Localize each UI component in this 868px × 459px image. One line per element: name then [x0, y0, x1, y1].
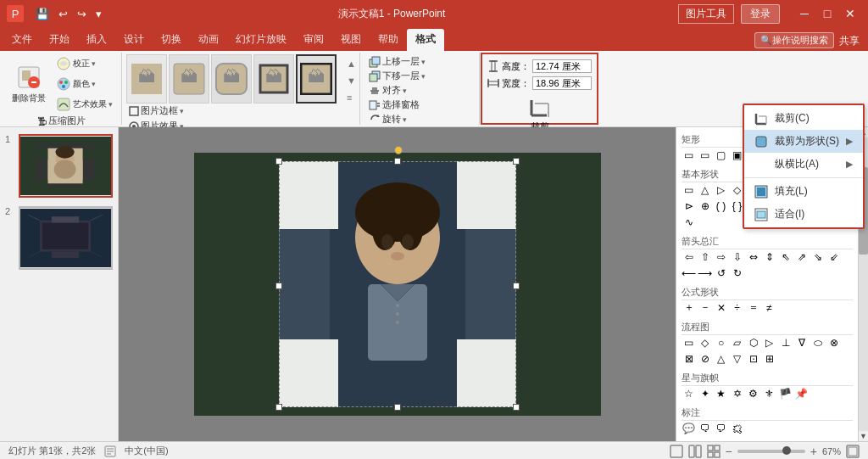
shape-fl15[interactable]: ⊡: [746, 351, 760, 366]
handle-l[interactable]: [275, 283, 282, 289]
shape-f5[interactable]: ＝: [746, 300, 760, 315]
scroll-down-btn[interactable]: ▼: [859, 431, 869, 441]
tab-insert[interactable]: 插入: [78, 29, 115, 51]
customize-quick-access-btn[interactable]: ▾: [92, 6, 105, 22]
shape-f4[interactable]: ÷: [730, 300, 744, 315]
shape-a10[interactable]: ⇙: [826, 249, 841, 264]
pic-style-3[interactable]: 🏔: [211, 54, 252, 104]
shape-fl1[interactable]: ▭: [682, 335, 696, 350]
art-effect-btn[interactable]: 艺术效果▾: [53, 95, 116, 114]
align-btn[interactable]: 对齐▾: [366, 83, 409, 98]
shape-b3[interactable]: ▷: [714, 182, 728, 197]
height-input[interactable]: [532, 59, 592, 73]
shape-f2[interactable]: －: [698, 300, 712, 315]
shape-s1[interactable]: ☆: [682, 386, 696, 400]
tab-animation[interactable]: 动画: [190, 29, 227, 51]
shape-b12[interactable]: ⊕: [698, 199, 712, 213]
redo-btn[interactable]: ↪: [74, 6, 90, 22]
correct-btn[interactable]: 校正▾: [53, 54, 116, 73]
shape-b13[interactable]: ( ): [714, 199, 728, 213]
view-slide-icon[interactable]: [688, 445, 702, 458]
select-pane-btn[interactable]: 选择窗格: [366, 98, 422, 112]
compress-btn[interactable]: 🗜 压缩图片: [35, 114, 91, 128]
send-backward-btn[interactable]: 下移一层▾: [366, 69, 428, 83]
shape-fl12[interactable]: ⊘: [698, 351, 712, 366]
share-btn[interactable]: 共享: [839, 34, 860, 48]
shape-a5[interactable]: ⇔: [746, 249, 760, 264]
shape-s6[interactable]: ⚜: [762, 386, 776, 400]
shape-a8[interactable]: ⇗: [794, 249, 809, 264]
shape-rect-2[interactable]: ▭: [698, 148, 712, 162]
fit-page-icon[interactable]: [846, 445, 860, 458]
shape-fl6[interactable]: ▷: [762, 335, 776, 350]
pic-border-btn[interactable]: 图片边框▾: [126, 104, 356, 118]
shape-b2[interactable]: △: [698, 182, 712, 197]
image-container[interactable]: [279, 161, 516, 407]
shape-a7[interactable]: ⇖: [778, 249, 793, 264]
shape-fl7[interactable]: ⊥: [778, 335, 793, 350]
remove-bg-btn[interactable]: 删除背景: [8, 62, 49, 106]
tab-file[interactable]: 文件: [3, 29, 41, 51]
zoom-slider[interactable]: [737, 450, 805, 453]
shape-fl9[interactable]: ⬭: [810, 335, 825, 350]
fill-btn[interactable]: 填充(L): [744, 180, 863, 203]
shape-b1[interactable]: ▭: [682, 182, 696, 197]
tab-view[interactable]: 视图: [332, 29, 370, 51]
shape-fl14[interactable]: ▽: [730, 351, 744, 366]
tab-review[interactable]: 审阅: [295, 29, 332, 51]
minimize-btn[interactable]: ─: [793, 4, 815, 23]
tab-design[interactable]: 设计: [115, 29, 153, 51]
shape-s8[interactable]: 📌: [794, 386, 809, 400]
handle-t[interactable]: [394, 158, 401, 165]
shape-c4[interactable]: 🗯: [730, 421, 744, 435]
shape-b11[interactable]: ⊳: [682, 199, 696, 213]
shape-fl3[interactable]: ○: [714, 335, 728, 350]
shape-fl5[interactable]: ⬡: [746, 335, 760, 350]
operation-search[interactable]: 🔍 操作说明搜索: [754, 32, 834, 48]
shape-fl11[interactable]: ⊠: [682, 351, 696, 366]
shape-a3[interactable]: ⇨: [714, 249, 728, 264]
shape-a4[interactable]: ⇩: [730, 249, 744, 264]
shape-a11[interactable]: ⟵: [682, 266, 696, 280]
shape-f3[interactable]: ✕: [714, 300, 728, 315]
view-grid-icon[interactable]: [707, 445, 721, 458]
slide-1-preview[interactable]: [19, 134, 113, 198]
view-normal-icon[interactable]: [670, 445, 683, 458]
shape-s5[interactable]: ⚙: [746, 386, 760, 400]
slide-2-preview[interactable]: [19, 206, 113, 270]
tab-slideshow[interactable]: 幻灯片放映: [227, 29, 295, 51]
shape-a2[interactable]: ⇧: [698, 249, 712, 264]
pic-style-1[interactable]: 🏔: [126, 54, 167, 104]
rotate-btn[interactable]: 旋转▾: [366, 112, 409, 126]
tab-format[interactable]: 格式: [407, 29, 444, 51]
shape-c2[interactable]: 🗨: [698, 421, 712, 435]
zoom-percent[interactable]: 67%: [822, 446, 841, 456]
fit-btn[interactable]: 适合(I): [744, 203, 863, 226]
shape-f6[interactable]: ≠: [762, 300, 776, 315]
pic-style-2[interactable]: 🏔: [169, 54, 209, 104]
shape-a6[interactable]: ⇕: [762, 249, 776, 264]
shape-a13[interactable]: ↺: [714, 266, 728, 280]
shape-s4[interactable]: ✡: [730, 386, 744, 400]
bring-forward-btn[interactable]: 上移一层▾: [366, 54, 428, 69]
save-quick-btn[interactable]: 💾: [32, 6, 53, 22]
slide-thumb-1[interactable]: 1: [5, 134, 113, 198]
shape-fl16[interactable]: ⊞: [762, 351, 776, 366]
login-button[interactable]: 登录: [741, 4, 780, 24]
zoom-minus-btn[interactable]: −: [726, 445, 732, 458]
handle-b[interactable]: [394, 404, 401, 411]
shape-s7[interactable]: 🏴: [778, 386, 793, 400]
tab-home[interactable]: 开始: [41, 29, 78, 51]
crop-menu-item-crop[interactable]: 裁剪(C): [744, 107, 863, 130]
shape-s2[interactable]: ✦: [698, 386, 712, 400]
notes-icon[interactable]: [104, 445, 116, 457]
handle-tr[interactable]: [513, 158, 520, 165]
shape-b21[interactable]: ∿: [682, 215, 696, 229]
handle-bl[interactable]: [275, 404, 282, 411]
shape-a14[interactable]: ↻: [730, 266, 744, 280]
shape-c1[interactable]: 💬: [682, 421, 696, 435]
crop-menu-item-crop-shape[interactable]: 裁剪为形状(S) ▶: [744, 130, 863, 153]
shape-c3[interactable]: 🗩: [714, 421, 728, 435]
shape-fl13[interactable]: △: [714, 351, 728, 366]
shape-fl10[interactable]: ⊗: [826, 335, 841, 350]
